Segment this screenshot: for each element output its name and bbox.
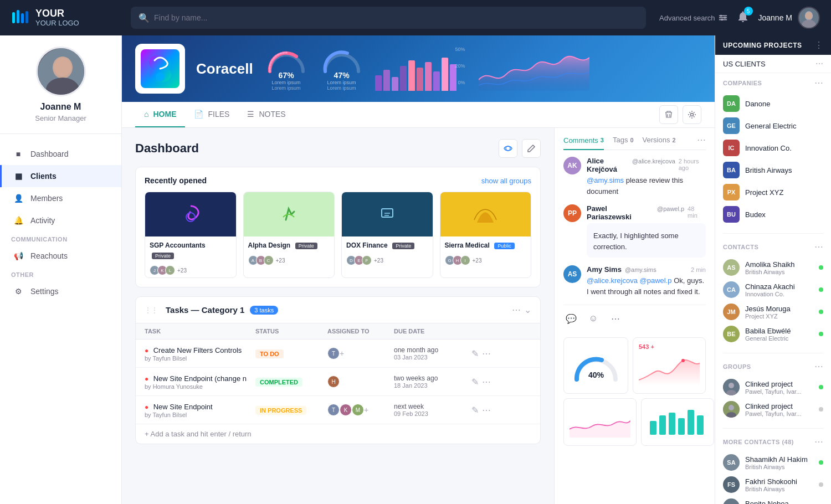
recently-opened-card: Recently opened show all groups SGP Acco…: [135, 167, 541, 287]
show-all-link[interactable]: show all groups: [481, 177, 531, 185]
status-badge[interactable]: IN PROGRESS: [255, 406, 306, 415]
reachouts-icon: 📢: [13, 250, 24, 261]
edit-task-icon[interactable]: ✎: [471, 405, 479, 415]
contacts-more-button[interactable]: ⋯: [814, 241, 823, 252]
company-name: Coracell: [196, 60, 253, 78]
svg-rect-2: [21, 13, 24, 23]
company-item-danone[interactable]: DA Danone: [723, 92, 823, 115]
sidebar-item-members[interactable]: 👤 Members: [0, 187, 121, 209]
task-menu-icon[interactable]: ⋯: [482, 348, 491, 359]
us-clients-row[interactable]: US CLIENTS ⋯: [715, 55, 831, 73]
recent-item-1[interactable]: Alpha Design Private A B C +23: [243, 192, 335, 278]
edit-button[interactable]: [522, 139, 541, 158]
drag-handle[interactable]: ⋮⋮: [145, 306, 158, 314]
emoji-button[interactable]: ☺: [586, 311, 601, 326]
user-menu[interactable]: Joanne M: [758, 7, 820, 29]
search-bar[interactable]: 🔍: [131, 7, 646, 29]
contact-item[interactable]: JM Jesús Moruga Project XYZ: [723, 301, 823, 323]
tasks-menu-button[interactable]: ⋯: [512, 305, 521, 315]
advanced-search-button[interactable]: Advanced search: [659, 13, 727, 22]
view-button[interactable]: [499, 139, 517, 158]
group-item[interactable]: Clinked project Pawel, Tayfun, Ivar...: [723, 398, 823, 420]
group-avatar: [723, 379, 740, 395]
upcoming-projects-menu[interactable]: ⋮: [814, 40, 823, 50]
contact-item[interactable]: BE Babila Ebwélé General Electric: [723, 323, 823, 345]
dashboard-icon: ■: [13, 148, 24, 160]
company-item-ba[interactable]: BA British Airways: [723, 159, 823, 181]
upcoming-projects-header: UPCOMING PROJECTS ⋮: [715, 35, 831, 55]
contact-avatar: BE: [723, 326, 740, 342]
tabs-actions: [659, 105, 701, 124]
card-header: Recently opened show all groups: [145, 176, 531, 185]
contacts-section: CONTACTS ⋯ AS Amolika Shaikh British Air…: [715, 237, 831, 349]
contact-avatar: JM: [723, 304, 740, 320]
contact-item[interactable]: BN Benito Noboa British Airways: [723, 496, 823, 504]
ctab-versions[interactable]: Versions 2: [643, 135, 676, 145]
banner-wave-chart: [479, 47, 701, 91]
us-clients-menu[interactable]: ⋯: [815, 59, 823, 68]
more-contacts-menu-button[interactable]: ⋯: [814, 436, 823, 447]
svg-rect-3: [25, 11, 28, 23]
contact-item[interactable]: AS Amolika Shaikh British Airways: [723, 256, 823, 279]
company-item-bu[interactable]: BU Budex: [723, 203, 823, 225]
company-banner: Coracell 67% Lorem ipsum Lorem ipsum: [122, 35, 715, 102]
page-main: Dashboard Recently opened show al: [122, 128, 554, 504]
comments-menu-button[interactable]: ⋯: [697, 135, 706, 145]
svg-rect-30: [669, 413, 675, 435]
delete-button[interactable]: [659, 105, 678, 124]
contact-item[interactable]: CA Chinaza Akachi Innovation Co.: [723, 279, 823, 301]
status-badge[interactable]: TO DO: [255, 349, 284, 358]
banner-bar-chart: 50%20%0%: [375, 47, 468, 91]
sidebar-item-activity[interactable]: 🔔 Activity: [0, 209, 121, 232]
add-assignee-button[interactable]: +: [364, 405, 368, 414]
companies-more-button[interactable]: ⋯: [814, 78, 823, 88]
status-badge[interactable]: COMPLETED: [255, 378, 302, 387]
assigned-to: T +: [327, 347, 394, 359]
company-item-ge[interactable]: GE General Electric: [723, 115, 823, 137]
groups-more-button[interactable]: ⋯: [814, 361, 823, 372]
tab-files[interactable]: 📄 FILES: [185, 102, 238, 127]
recent-item-0[interactable]: SGP Accountants Private J K L +23: [145, 192, 237, 278]
group-item[interactable]: Clinked project Pawel, Tayfun, Ivar...: [723, 376, 823, 398]
sidebar-item-reachouts[interactable]: 📢 Reachouts: [0, 245, 121, 267]
company-item-px[interactable]: PX Project XYZ: [723, 181, 823, 203]
groups-section: GROUPS ⋯ Clinked project Pawel, Tayfun, …: [715, 357, 831, 425]
company-item-ic[interactable]: IC Innovation Co.: [723, 137, 823, 159]
tab-home[interactable]: ⌂ HOME: [135, 102, 185, 127]
ctab-tags[interactable]: Tags 0: [613, 135, 634, 145]
tab-notes[interactable]: ☰ NOTES: [238, 102, 294, 127]
svg-point-19: [156, 73, 165, 81]
recent-item-3[interactable]: Sierra Medical Public G H I +23: [440, 192, 532, 278]
edit-task-icon[interactable]: ✎: [471, 377, 479, 387]
comment-avatar: AS: [563, 265, 581, 283]
logo-area: YOURYOUR LOGO: [11, 8, 122, 28]
ctab-comments[interactable]: Comments 3: [563, 135, 604, 150]
add-assignee-button[interactable]: +: [340, 349, 344, 358]
contact-item[interactable]: SA Shaamikh Al Hakim British Airways: [723, 451, 823, 474]
contact-item[interactable]: FS Fakhri Shokoohi British Airways: [723, 474, 823, 496]
company-avatar: PX: [723, 184, 740, 200]
offline-indicator: [819, 482, 823, 487]
search-input[interactable]: [154, 13, 638, 22]
sidebar: Joanne M Senior Manager ■ Dashboard ▦ Cl…: [0, 35, 122, 504]
recent-item-2[interactable]: DOX Finance Private D E F +23: [341, 192, 433, 278]
notifications-button[interactable]: 5: [736, 10, 750, 25]
settings-button[interactable]: [683, 105, 701, 124]
sidebar-item-dashboard[interactable]: ■ Dashboard: [0, 143, 121, 165]
activity-icon: 🔔: [13, 215, 24, 226]
edit-task-icon[interactable]: ✎: [471, 348, 479, 359]
svg-point-18: [54, 58, 71, 76]
more-contacts-section: MORE CONTACTS (48) ⋯ SA Shaamikh Al Haki…: [715, 432, 831, 504]
task-menu-icon[interactable]: ⋯: [482, 405, 491, 415]
mini-charts-row: 40% 543 +: [555, 333, 715, 398]
sidebar-item-clients[interactable]: ▦ Clients: [0, 165, 121, 187]
sidebar-item-settings[interactable]: ⚙ Settings: [0, 280, 121, 302]
add-task-button[interactable]: + Add a task and hit enter / return: [136, 424, 540, 444]
more-button[interactable]: ⋯: [608, 311, 623, 326]
reply-button[interactable]: 💬: [563, 311, 579, 326]
svg-point-13: [806, 12, 813, 19]
clients-icon: ▦: [13, 171, 24, 182]
svg-point-27: [681, 359, 685, 362]
tasks-collapse-button[interactable]: ⌄: [524, 305, 531, 315]
task-menu-icon[interactable]: ⋯: [482, 377, 491, 387]
